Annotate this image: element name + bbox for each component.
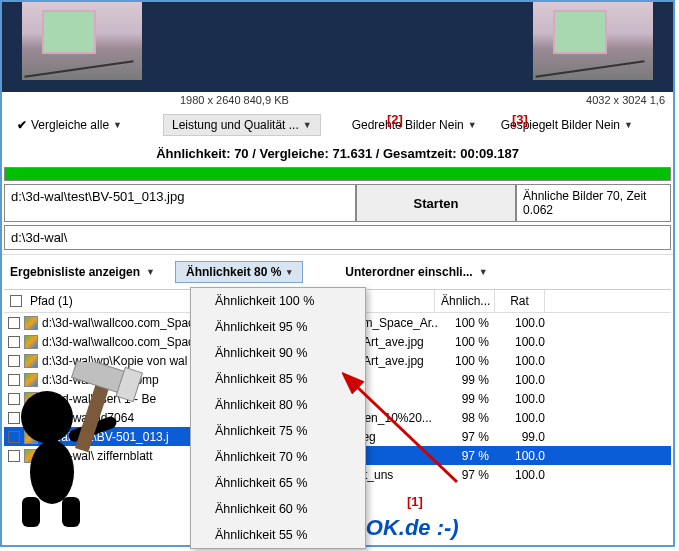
list-item[interactable]: d:\3d-wal\hd7064	[4, 408, 204, 427]
folder-path-input[interactable]: d:\3d-wal\	[4, 225, 671, 250]
preview-meta-left: 1980 x 2640 840,9 KB	[180, 94, 289, 106]
similarity-option[interactable]: Ähnlichkeit 75 %	[191, 418, 365, 444]
annotation-2: [2]	[387, 112, 403, 127]
similarity-option[interactable]: Ähnlichkeit 100 %	[191, 288, 365, 314]
preview-strip	[2, 2, 673, 92]
row-rating: 100.0	[499, 392, 549, 406]
chevron-down-icon: ▼	[303, 120, 312, 130]
row-similarity: 97 %	[439, 468, 499, 482]
row-rating: 100.0	[499, 449, 549, 463]
similarity-dropdown[interactable]: Ähnlichkeit 80 % ▾	[175, 261, 303, 283]
annotation-1: [1]	[407, 494, 423, 509]
similarity-option[interactable]: Ähnlichkeit 65 %	[191, 470, 365, 496]
similarity-label: Ähnlichkeit 80 %	[186, 265, 281, 279]
progress-bar	[4, 167, 671, 181]
row-rating: 100.0	[499, 373, 549, 387]
similarity-option[interactable]: Ähnlichkeit 85 %	[191, 366, 365, 392]
chevron-down-icon: ▼	[146, 267, 155, 277]
row-rating: 100.0	[499, 468, 549, 482]
perf-quality-label: Leistung und Qualität ...	[172, 118, 299, 132]
image-icon	[24, 316, 38, 330]
preview-thumb-left[interactable]	[22, 2, 142, 80]
row-similarity: 98 %	[439, 411, 499, 425]
list-item[interactable]: d:\3d-wal\ P_203.bmp	[4, 370, 204, 389]
header-checkbox[interactable]	[10, 295, 22, 307]
col-similarity[interactable]: Ähnlich...	[435, 290, 495, 312]
row-path: d:\3d-wal\ ziffernblatt	[42, 449, 153, 463]
subfolders-dropdown[interactable]: Unterordner einschli... ▼	[345, 265, 487, 279]
list-item[interactable]: d:\3d-wal\ ziffernblatt	[4, 446, 204, 465]
check-icon: ✔	[17, 118, 27, 132]
preview-meta-right: 4032 x 3024 1,6	[586, 94, 665, 106]
similarity-option[interactable]: Ähnlichkeit 95 %	[191, 314, 365, 340]
row-similarity: 97 %	[439, 430, 499, 444]
summary-bar: Ähnlichkeit: 70 / Vergleiche: 71.631 / G…	[2, 140, 673, 167]
perf-quality-dropdown[interactable]: Leistung und Qualität ... ▼	[163, 114, 321, 136]
row-checkbox[interactable]	[8, 412, 20, 424]
row-similarity: 100 %	[439, 354, 499, 368]
similarity-menu: Ähnlichkeit 100 %Ähnlichkeit 95 %Ähnlich…	[190, 287, 366, 549]
status-text: Ähnliche Bilder 70, Zeit 0.062	[516, 184, 671, 222]
source-path-input[interactable]: d:\3d-wal\test\BV-501_013.jpg	[4, 184, 356, 222]
row-checkbox[interactable]	[8, 336, 20, 348]
list-item[interactable]: d:\3d-wal\wallcoo.com_Space	[4, 332, 204, 351]
toolbar-results: Ergebnisliste anzeigen ▼ Ähnlichkeit 80 …	[2, 254, 673, 289]
row-rating: 100.0	[499, 335, 549, 349]
row-checkbox[interactable]	[8, 355, 20, 367]
rotated-dropdown[interactable]: Gedrehte Bilder Nein ▼	[343, 114, 486, 136]
toolbar-options: ✔ Vergleiche alle ▼ Leistung und Qualitä…	[2, 110, 673, 140]
compare-all-label: Vergleiche alle	[31, 118, 109, 132]
list-item[interactable]: d:\3d-wal\user\ 1 - Be	[4, 389, 204, 408]
list-item[interactable]: d-wal\test\BV-501_013.j	[4, 427, 204, 446]
row-rating: 100.0	[499, 354, 549, 368]
image-icon	[24, 354, 38, 368]
image-icon	[24, 373, 38, 387]
similarity-option[interactable]: Ähnlichkeit 70 %	[191, 444, 365, 470]
list-item[interactable]: d:\3d-wal\wp\Kopie von wal	[4, 351, 204, 370]
row-similarity: 100 %	[439, 335, 499, 349]
show-results-label: Ergebnisliste anzeigen	[10, 265, 140, 279]
row-checkbox[interactable]	[8, 374, 20, 386]
row-path: d:\3d-wal\wp\Kopie von wal	[42, 354, 187, 368]
left-header-label: Pfad (1)	[30, 294, 73, 308]
show-results-dropdown[interactable]: Ergebnisliste anzeigen ▼	[10, 265, 155, 279]
list-item[interactable]: d:\3d-wal\wallcoo.com_Space	[4, 313, 204, 332]
image-icon	[24, 449, 38, 463]
image-icon	[24, 392, 38, 406]
row-similarity: 99 %	[439, 392, 499, 406]
chevron-down-icon: ▼	[479, 267, 488, 277]
row-checkbox[interactable]	[8, 317, 20, 329]
chevron-down-icon: ▾	[287, 267, 292, 277]
row-checkbox[interactable]	[8, 393, 20, 405]
similarity-option[interactable]: Ähnlichkeit 55 %	[191, 522, 365, 548]
subfolders-label: Unterordner einschli...	[345, 265, 472, 279]
row-checkbox[interactable]	[8, 431, 20, 443]
similarity-option[interactable]: Ähnlichkeit 60 %	[191, 496, 365, 522]
chevron-down-icon: ▼	[113, 120, 122, 130]
similarity-option[interactable]: Ähnlichkeit 80 %	[191, 392, 365, 418]
chevron-down-icon: ▼	[468, 120, 477, 130]
row-similarity: 100 %	[439, 316, 499, 330]
row-path: d:\3d-wal\user\ 1 - Be	[42, 392, 156, 406]
start-button[interactable]: Starten	[356, 184, 516, 222]
row-path: d:\3d-wal\wallcoo.com_Space	[42, 316, 201, 330]
image-icon	[24, 335, 38, 349]
annotation-3: [3]	[512, 112, 528, 127]
preview-thumb-right[interactable]	[533, 2, 653, 80]
row-path: d-wal\test\BV-501_013.j	[42, 430, 169, 444]
image-icon	[24, 430, 38, 444]
row-similarity: 99 %	[439, 373, 499, 387]
row-path: d:\3d-wal\wallcoo.com_Space	[42, 335, 201, 349]
rotated-label: Gedrehte Bilder Nein	[352, 118, 464, 132]
row-rating: 100.0	[499, 411, 549, 425]
col-rating[interactable]: Rat	[495, 290, 545, 312]
row-rating: 99.0	[499, 430, 549, 444]
row-checkbox[interactable]	[8, 450, 20, 462]
chevron-down-icon: ▼	[624, 120, 633, 130]
image-icon	[24, 411, 38, 425]
row-similarity: 97 %	[439, 449, 499, 463]
similarity-option[interactable]: Ähnlichkeit 90 %	[191, 340, 365, 366]
row-path: d:\3d-wal\ P_203.bmp	[42, 373, 159, 387]
row-path: d:\3d-wal\hd7064	[42, 411, 134, 425]
compare-all-toggle[interactable]: ✔ Vergleiche alle ▼	[8, 114, 131, 136]
